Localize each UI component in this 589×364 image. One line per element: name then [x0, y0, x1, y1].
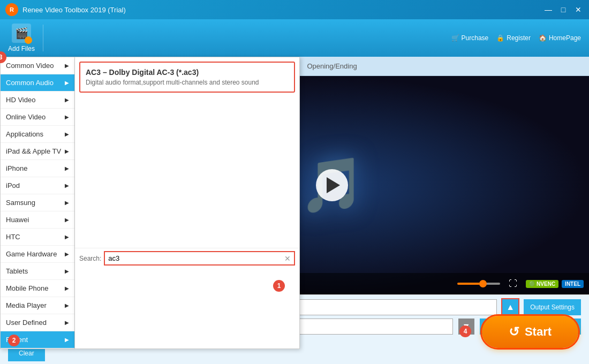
add-files-label: Add Files: [8, 45, 35, 52]
fullscreen-button[interactable]: ⛶: [509, 279, 517, 289]
purchase-label: Purchase: [462, 34, 489, 42]
menu-item-common-video-label: Common Video: [6, 62, 54, 70]
volume-slider[interactable]: [457, 283, 500, 285]
register-label: Register: [507, 34, 531, 42]
menu-item-htc-label: HTC: [6, 233, 20, 241]
close-button[interactable]: ✕: [573, 4, 584, 15]
toolbar-separator: [43, 25, 43, 51]
toolbar-right-area: 🛒 Purchase 🔒 Register 🏠 HomePage: [451, 34, 581, 42]
add-files-button[interactable]: 🎬 Add Files: [8, 24, 35, 52]
selected-format-title: AC3 – Dolby Digital AC-3 (*.ac3): [86, 68, 289, 77]
menu-item-online-video[interactable]: Online Video ▶: [1, 109, 74, 126]
menu-item-common-audio[interactable]: Common Audio ▶: [1, 74, 74, 92]
purchase-icon: 🛒: [451, 34, 459, 42]
format-dropdown-menu[interactable]: Common Video ▶ Common Audio ▶ HD Video ▶…: [0, 57, 300, 349]
menu-item-user-defined[interactable]: User Defined ▶: [1, 314, 74, 331]
menu-arrow-samsung: ▶: [65, 200, 69, 206]
menu-arrow-common-audio: ▶: [65, 80, 69, 86]
menu-item-hd-video[interactable]: HD Video ▶: [1, 92, 74, 109]
main-toolbar: 🎬 Add Files 🛒 Purchase 🔒 Register 🏠 Home…: [0, 19, 589, 57]
play-button[interactable]: [316, 169, 348, 201]
format-dropdown-button[interactable]: ▲: [502, 299, 518, 315]
menu-item-iphone[interactable]: iPhone ▶: [1, 160, 74, 177]
app-logo: R: [5, 3, 18, 16]
marker-2: 2: [8, 335, 20, 346]
menu-item-mobile-phone-label: Mobile Phone: [6, 284, 49, 292]
menu-item-game-hardware-label: Game Hardware: [6, 250, 57, 258]
window-controls: — □ ✕: [543, 4, 584, 15]
menu-item-tablets-label: Tablets: [6, 267, 28, 275]
menu-arrow-ipad: ▶: [65, 148, 69, 154]
homepage-button[interactable]: 🏠 HomePage: [539, 34, 581, 42]
marker-4: 4: [459, 325, 471, 337]
intel-label: INTEL: [565, 281, 580, 287]
menu-arrow-hd-video: ▶: [65, 97, 69, 103]
menu-item-tablets[interactable]: Tablets ▶: [1, 263, 74, 280]
menu-arrow-game-hardware: ▶: [65, 251, 69, 257]
menu-item-mobile-phone[interactable]: Mobile Phone ▶: [1, 280, 74, 297]
homepage-label: HomePage: [549, 34, 581, 42]
start-label: Start: [525, 325, 552, 339]
register-icon: 🔒: [496, 34, 504, 42]
menu-item-huawei-label: Huawei: [6, 216, 29, 224]
menu-item-hd-video-label: HD Video: [6, 96, 35, 104]
opening-ending-label: Opening/Ending: [307, 62, 357, 70]
menu-arrow-huawei: ▶: [65, 217, 69, 223]
selected-format-box: AC3 – Dolby Digital AC-3 (*.ac3) Digital…: [79, 62, 295, 93]
menu-right-panel: AC3 – Dolby Digital AC-3 (*.ac3) Digital…: [75, 57, 300, 349]
marker-1: 1: [273, 280, 285, 292]
search-input[interactable]: [105, 252, 281, 264]
menu-item-samsung[interactable]: Samsung ▶: [1, 194, 74, 211]
title-bar: R Renee Video Toolbox 2019 (Trial) — □ ✕: [0, 0, 589, 19]
menu-arrow-recent: ▶: [65, 337, 69, 343]
menu-item-ipod[interactable]: iPod ▶: [1, 177, 74, 194]
menu-arrow-ipod: ▶: [65, 183, 69, 188]
search-clear-button[interactable]: ✕: [281, 254, 294, 263]
menu-item-applications[interactable]: Applications ▶: [1, 126, 74, 143]
minimize-button[interactable]: —: [543, 4, 554, 15]
search-input-wrapper: ✕: [104, 251, 295, 266]
output-settings-button[interactable]: Output Settings: [524, 299, 581, 315]
menu-item-huawei[interactable]: Huawei ▶: [1, 211, 74, 229]
menu-arrow-tablets: ▶: [65, 268, 69, 274]
volume-knob: [479, 280, 487, 287]
menu-item-user-defined-label: User Defined: [6, 318, 47, 327]
nvenc-badge: 🟢 NVENC: [526, 280, 558, 288]
start-refresh-icon: ↺: [509, 324, 519, 339]
register-button[interactable]: 🔒 Register: [496, 34, 531, 42]
menu-item-ipod-label: iPod: [6, 181, 20, 189]
menu-item-samsung-label: Samsung: [6, 199, 35, 207]
play-triangle-icon: [327, 177, 340, 193]
menu-item-game-hardware[interactable]: Game Hardware ▶: [1, 246, 74, 263]
logo-text: R: [10, 6, 14, 13]
search-label: Search:: [79, 255, 101, 262]
app-title: Renee Video Toolbox 2019 (Trial): [22, 6, 543, 14]
menu-arrow-iphone: ▶: [65, 165, 69, 171]
selected-format-description: Digital audio format,support multi-chann…: [86, 79, 289, 86]
menu-item-htc[interactable]: HTC ▶: [1, 229, 74, 246]
homepage-icon: 🏠: [539, 34, 547, 42]
menu-arrow-mobile-phone: ▶: [65, 285, 69, 291]
restore-button[interactable]: □: [558, 4, 569, 15]
menu-item-common-video[interactable]: Common Video ▶: [1, 57, 74, 74]
menu-arrow-applications: ▶: [65, 131, 69, 137]
menu-item-applications-label: Applications: [6, 130, 43, 138]
menu-arrow-online-video: ▶: [65, 114, 69, 120]
menu-arrow-user-defined: ▶: [65, 320, 69, 325]
menu-item-media-player[interactable]: Media Player ▶: [1, 297, 74, 314]
menu-arrow-common-video: ▶: [65, 63, 69, 69]
menu-item-common-audio-label: Common Audio: [6, 79, 54, 87]
menu-item-online-video-label: Online Video: [6, 113, 46, 121]
start-button[interactable]: ↺ Start: [482, 316, 578, 348]
add-files-icon: 🎬: [12, 24, 31, 43]
menu-item-ipad-label: iPad && Apple TV: [6, 147, 61, 155]
purchase-button[interactable]: 🛒 Purchase: [451, 34, 489, 42]
menu-item-media-player-label: Media Player: [6, 301, 47, 309]
menu-left-list: Common Video ▶ Common Audio ▶ HD Video ▶…: [0, 57, 75, 349]
search-bar: Search: ✕: [75, 248, 299, 268]
intel-badge: INTEL: [562, 280, 584, 288]
menu-item-ipad[interactable]: iPad && Apple TV ▶: [1, 143, 74, 160]
menu-item-iphone-label: iPhone: [6, 164, 27, 172]
menu-arrow-media-player: ▶: [65, 302, 69, 308]
menu-arrow-htc: ▶: [65, 234, 69, 240]
